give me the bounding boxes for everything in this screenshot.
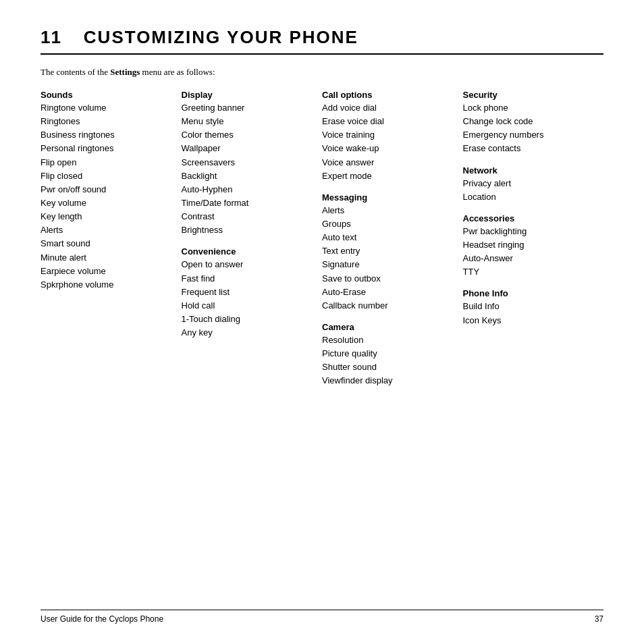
section-item: Pwr backlighting [463,225,591,238]
chapter-number: 11 [41,27,61,47]
section-item: Personal ringtones [41,142,168,155]
section-item: Business ringtones [41,128,168,142]
section-item: Save to outbox [322,272,450,286]
section-item: Groups [322,217,450,231]
section-header-camera: Camera [322,322,450,332]
settings-bold: Settings [110,67,140,77]
section-item: Emergency numbers [463,128,591,142]
title-divider [41,53,603,55]
footer-left: User Guide for the Cyclops Phone [41,614,163,624]
columns-container: SoundsRingtone volumeRingtonesBusiness r… [41,90,603,388]
section-item: Greeting banner [182,101,309,115]
section-item: Erase voice dial [322,115,450,128]
column-display-convenience: DisplayGreeting bannerMenu styleColor th… [182,90,323,388]
column-security-network-accessories: SecurityLock phoneChange lock codeEmerge… [463,90,604,388]
section-item: Privacy alert [463,177,591,190]
intro-text-after: menu are as follows: [140,67,215,77]
section-item: TTY [463,265,591,279]
page-footer: User Guide for the Cyclops Phone 37 [41,610,603,624]
section-item: Voice wake-up [322,142,450,155]
section-item: Voice answer [322,156,450,169]
section-item: Flip closed [41,169,168,183]
section-item: Signature [322,258,450,271]
section-item: Alerts [322,204,450,217]
section-item: Any key [182,326,309,340]
section-item: Auto text [322,231,450,244]
page-title: 11 Customizing Your Phone [41,27,603,48]
section-item: Resolution [322,333,450,347]
section-item: Smart sound [41,237,168,250]
section-item: Fast find [182,272,309,286]
column-call-messaging-camera: Call optionsAdd voice dialErase voice di… [322,90,463,388]
section-item: 1-Touch dialing [182,313,309,326]
section-item: Earpiece volume [41,265,168,278]
section-item: Pwr on/off sound [41,183,168,196]
section-item: Flip open [41,156,168,169]
intro-text-before: The contents of the [41,67,110,77]
section-item: Contrast [182,210,309,223]
intro-paragraph: The contents of the Settings menu are as… [41,67,603,78]
section-header-sounds: Sounds [41,90,168,100]
section-item: Auto-Hyphen [182,183,309,196]
section-item: Change lock code [463,115,591,128]
section-header-messaging: Messaging [322,192,450,203]
section-item: Time/Date format [182,196,309,210]
section-header-display: Display [182,90,309,100]
section-item: Headset ringing [463,238,591,252]
section-item: Callback number [322,299,450,313]
section-item: Frequent list [182,286,309,299]
section-item: Minute alert [41,251,168,265]
section-item: Viewfinder display [322,374,450,387]
section-item: Erase contacts [463,142,591,155]
section-item: Add voice dial [322,101,450,115]
section-item: Ringtone volume [41,101,168,115]
section-header-call-options: Call options [322,90,450,100]
section-item: Spkrphone volume [41,278,168,292]
section-item: Hold call [182,299,309,313]
section-item: Voice training [322,128,450,142]
section-item: Alerts [41,223,168,237]
section-item: Brightness [182,223,309,237]
section-header-security: Security [463,90,591,100]
section-item: Key volume [41,196,168,210]
column-sounds: SoundsRingtone volumeRingtonesBusiness r… [41,90,182,388]
section-item: Screensavers [182,156,309,169]
section-item: Backlight [182,169,309,183]
section-header-accessories: Accessories [463,213,591,223]
section-item: Auto-Answer [463,252,591,265]
section-item: Open to answer [182,258,309,271]
section-item: Picture quality [322,347,450,360]
section-item: Lock phone [463,101,591,115]
section-item: Build Info [463,300,591,313]
section-item: Expert mode [322,169,450,183]
section-item: Menu style [182,115,309,128]
chapter-title: Customizing Your Phone [84,27,358,47]
footer-right: 37 [595,614,603,624]
section-header-phone-info: Phone Info [463,288,591,298]
section-header-network: Network [463,165,591,176]
section-header-convenience: Convenience [182,246,309,257]
section-item: Auto-Erase [322,286,450,299]
section-item: Text entry [322,244,450,258]
section-item: Wallpaper [182,142,309,155]
section-item: Color themes [182,128,309,142]
section-item: Shutter sound [322,360,450,374]
section-item: Icon Keys [463,314,591,327]
section-item: Key length [41,210,168,223]
section-item: Location [463,190,591,204]
section-item: Ringtones [41,115,168,128]
